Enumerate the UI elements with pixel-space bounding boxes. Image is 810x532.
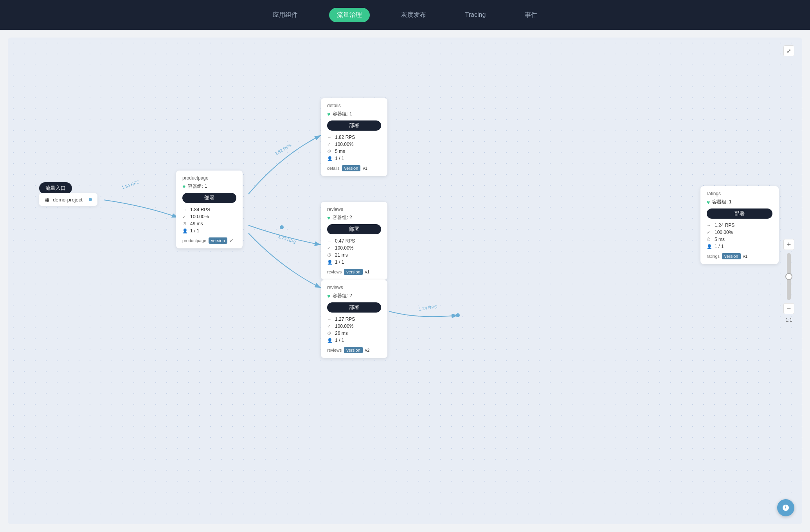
productpage-metrics: → 1.84 RPS ✓ 100.00% ⏱ 49 ms 👤 1 / 1 (182, 207, 236, 234)
reviews-v1-container: 容器组: 2 (333, 214, 352, 221)
nav-gray-release[interactable]: 灰度发布 (393, 8, 434, 22)
details-footer-label: details (327, 166, 340, 171)
entry-node: 流量入口 (39, 182, 72, 194)
canvas: 流量入口 ▦ demo-project 1.84 RPS productpage… (8, 38, 802, 524)
zoom-minus-button[interactable]: − (783, 303, 794, 314)
reviews-v1-deploy-badge: 部署 (327, 224, 381, 234)
rps-icon2: → (327, 135, 333, 140)
help-button[interactable] (777, 499, 794, 516)
reviews-v2-title: reviews (327, 285, 381, 290)
help-icon (782, 504, 790, 512)
ratings-node[interactable]: ratings ♥ 容器组: 1 部署 → 1.24 RPS ✓ 100.00%… (700, 186, 779, 264)
ratings-container: 容器组: 1 (712, 199, 731, 205)
check-icon4: ✓ (327, 324, 333, 329)
details-title: details (327, 103, 381, 108)
clock-icon5: ⏱ (707, 237, 712, 242)
reviews-v1-version-value: v1 (365, 270, 370, 274)
productpage-deploy-badge: 部署 (182, 193, 236, 203)
reviews-v2-heart-icon: ♥ (327, 293, 330, 299)
source-name: demo-project (53, 197, 83, 203)
nav-events[interactable]: 事件 (517, 8, 545, 22)
svg-point-2 (456, 313, 460, 317)
ratings-deploy-badge: 部署 (707, 208, 772, 219)
rps-icon4: → (327, 317, 333, 322)
source-icon: ▦ (45, 196, 50, 203)
zoom-thumb (785, 273, 792, 280)
clock-icon: ⏱ (182, 221, 188, 226)
rps-icon: → (182, 207, 188, 212)
ratings-heart-icon: ♥ (707, 199, 710, 205)
svg-point-1 (280, 225, 284, 229)
reviews-v2-footer-label: reviews (327, 348, 342, 352)
reviews-v2-metrics: → 1.27 RPS ✓ 100.00% ⏱ 26 ms 👤 1 / 1 (327, 316, 381, 343)
instance-icon5: 👤 (707, 244, 712, 249)
details-heart-icon: ♥ (327, 111, 330, 117)
reviews-v2-container: 容器组: 2 (333, 293, 352, 299)
zoom-controls: + − 1:1 (783, 239, 794, 323)
source-node[interactable]: ▦ demo-project (39, 193, 97, 206)
reviews-v1-footer-label: reviews (327, 270, 342, 274)
rps-icon3: → (327, 239, 333, 243)
check-icon5: ✓ (707, 230, 712, 235)
productpage-container: 容器组: 1 (188, 183, 207, 190)
rps-icon5: → (707, 223, 712, 228)
details-container: 容器组: 1 (333, 111, 352, 117)
ratings-footer-label: ratings (707, 254, 720, 259)
rps-to-details: 1.82 RPS (274, 143, 292, 156)
rps-to-productpage: 1.84 RPS (121, 179, 140, 190)
instance-icon: 👤 (182, 228, 188, 234)
productpage-footer-label: productpage (182, 238, 206, 243)
productpage-heart-icon: ♥ (182, 183, 185, 190)
clock-icon2: ⏱ (327, 149, 333, 154)
nav-tracing[interactable]: Tracing (457, 8, 494, 22)
zoom-expand-button[interactable]: ⤢ (783, 45, 794, 56)
check-icon: ✓ (182, 214, 188, 219)
nav-app-components[interactable]: 应用组件 (265, 8, 306, 22)
instance-icon4: 👤 (327, 338, 333, 343)
source-dot (89, 198, 92, 201)
productpage-version-key: version (209, 237, 227, 244)
reviews-v1-version-key: version (344, 269, 362, 275)
details-node[interactable]: details ♥ 容器组: 1 部署 → 1.82 RPS ✓ 100.00%… (321, 98, 387, 176)
details-metrics: → 1.82 RPS ✓ 100.00% ⏱ 5 ms 👤 1 / 1 (327, 135, 381, 161)
details-deploy-badge: 部署 (327, 120, 381, 131)
reviews-v1-heart-icon: ♥ (327, 215, 330, 221)
ratings-metrics: → 1.24 RPS ✓ 100.00% ⏱ 5 ms 👤 1 / 1 (707, 223, 772, 249)
check-icon3: ✓ (327, 246, 333, 251)
reviews-v1-node[interactable]: reviews ♥ 容器组: 2 部署 → 0.47 RPS ✓ 100.00%… (321, 202, 387, 280)
ratings-version-key: version (722, 253, 740, 259)
header: 应用组件 流量治理 灰度发布 Tracing 事件 (0, 0, 810, 30)
instance-icon2: 👤 (327, 156, 333, 161)
nav-traffic-control[interactable]: 流量治理 (329, 8, 370, 22)
rps-to-ratings: 1.24 RPS (418, 304, 437, 311)
check-icon2: ✓ (327, 142, 333, 147)
ratings-version-value: v1 (743, 254, 748, 259)
productpage-node[interactable]: productpage ♥ 容器组: 1 部署 → 1.84 RPS ✓ 100… (176, 171, 243, 248)
instance-icon3: 👤 (327, 260, 333, 265)
reviews-v1-metrics: → 0.47 RPS ✓ 100.00% ⏱ 21 ms 👤 1 / 1 (327, 238, 381, 265)
reviews-v2-deploy-badge: 部署 (327, 302, 381, 313)
rps-to-reviews: 1.73 RPS (277, 234, 296, 244)
topology-svg (8, 38, 802, 524)
clock-icon4: ⏱ (327, 331, 333, 336)
zoom-plus-button[interactable]: + (783, 239, 794, 250)
clock-icon3: ⏱ (327, 253, 333, 257)
zoom-slider[interactable] (787, 253, 791, 300)
reviews-v2-version-value: v2 (365, 348, 370, 352)
details-version-key: version (342, 165, 360, 171)
reviews-v2-version-key: version (344, 347, 362, 353)
reviews-v2-node[interactable]: reviews ♥ 容器组: 2 部署 → 1.27 RPS ✓ 100.00%… (321, 280, 387, 358)
productpage-title: productpage (182, 175, 236, 181)
zoom-ratio: 1:1 (786, 317, 792, 323)
ratings-title: ratings (707, 191, 772, 196)
productpage-version-value: v1 (230, 238, 234, 243)
details-version-value: v1 (363, 166, 367, 171)
reviews-v1-title: reviews (327, 207, 381, 212)
